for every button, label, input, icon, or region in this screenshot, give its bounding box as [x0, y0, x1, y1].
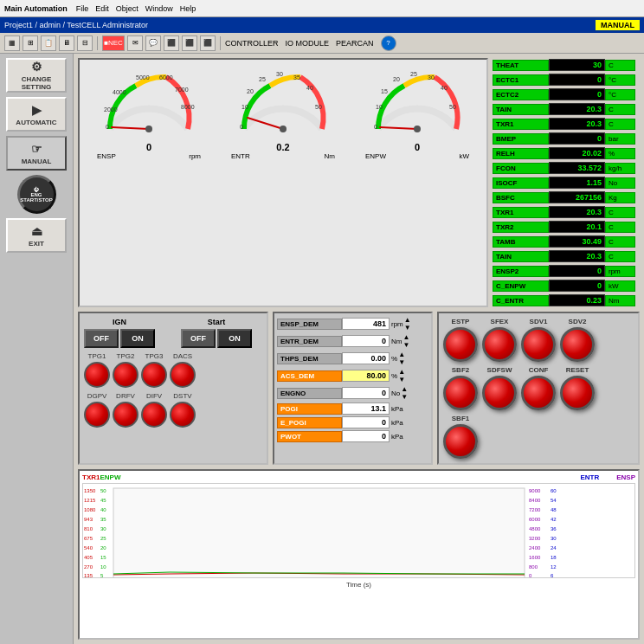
menu-object[interactable]: Object	[116, 4, 138, 13]
reading-isocf: ISOCF 1.15 No	[493, 176, 640, 190]
entr-dem-up[interactable]: ▲	[402, 333, 409, 341]
sdfsw-label: SDFSW	[487, 366, 512, 374]
acs-dem-arrows[interactable]: ▲ ▼	[398, 368, 405, 383]
sbf1-circle[interactable]	[443, 424, 478, 459]
sdv1-btn[interactable]: SDV1	[521, 318, 556, 362]
help-icon[interactable]: ?	[381, 35, 396, 51]
acs-dem-up[interactable]: ▲	[398, 368, 405, 376]
engno-up[interactable]: ▲	[401, 385, 408, 393]
dacs-group: DACS	[170, 352, 196, 388]
tpg3-dial[interactable]	[141, 362, 167, 388]
toolbar-icon-3[interactable]: 📋	[41, 35, 56, 51]
ensp-dem-up[interactable]: ▲	[404, 316, 411, 324]
thps-dem-arrows[interactable]: ▲ ▼	[398, 351, 405, 366]
ensp-dem-input[interactable]	[342, 318, 390, 330]
dacs-dial[interactable]	[170, 362, 196, 388]
start-off-button[interactable]: OFF	[181, 329, 216, 348]
estp-btn[interactable]: ESTP	[443, 318, 478, 362]
enpw-label: ENPW	[365, 152, 386, 160]
sbf1-btn[interactable]: SBF1	[443, 415, 478, 459]
toolbar-icon-5[interactable]: ⊟	[77, 35, 93, 51]
toolbar-icon-9[interactable]: ⬛	[182, 35, 197, 51]
chart-ensp-label: ENSP	[616, 473, 635, 481]
reading-bsfc: BSFC 267156 Kg	[493, 190, 640, 204]
eng-start-stop-button[interactable]: ⏻ ENG START/STOP	[17, 175, 56, 214]
start-title: Start	[181, 318, 252, 326]
ensp-dem-arrows[interactable]: ▲ ▼	[404, 316, 411, 332]
dstv-dial[interactable]	[170, 402, 196, 428]
conf-circle[interactable]	[521, 376, 556, 410]
sbf2-btn[interactable]: SBF2	[443, 366, 478, 410]
entr-dem-down[interactable]: ▼	[402, 341, 409, 349]
sdv2-circle[interactable]	[560, 327, 595, 362]
svg-text:0: 0	[529, 573, 532, 578]
sfex-btn[interactable]: SFEX	[482, 318, 517, 362]
svg-text:2000: 2000	[104, 106, 118, 113]
toolbar-icon-10[interactable]: ⬛	[200, 35, 216, 51]
automatic-button[interactable]: ▶ AUTOMATIC	[6, 97, 67, 132]
reset-btn[interactable]: RESET	[560, 366, 595, 410]
ensp2-value: 0	[549, 265, 605, 277]
estp-circle[interactable]	[443, 327, 478, 362]
start-on-button[interactable]: ON	[217, 329, 252, 348]
sdfsw-circle[interactable]	[482, 376, 517, 410]
svg-rect-58	[113, 488, 525, 578]
exit-button[interactable]: ⏏ EXIT	[6, 218, 67, 253]
ign-group: IGN OFF ON	[84, 318, 155, 348]
thps-dem-input[interactable]	[342, 352, 390, 364]
thps-dem-up[interactable]: ▲	[398, 351, 405, 358]
engno-input[interactable]	[342, 387, 390, 399]
toolbar-icon-nec[interactable]: ■NEC	[102, 35, 125, 51]
tpg2-dial[interactable]	[113, 362, 138, 388]
engno-down[interactable]: ▼	[401, 393, 408, 401]
acs-dem-input[interactable]	[342, 370, 390, 382]
sbf2-circle[interactable]	[443, 376, 478, 410]
sfex-circle[interactable]	[482, 327, 517, 362]
toolbar-icon-4[interactable]: 🖥	[59, 35, 74, 51]
ign-on-button[interactable]: ON	[120, 329, 155, 348]
entr-dem-input[interactable]	[342, 335, 390, 347]
tpg1-dial[interactable]	[84, 362, 110, 388]
menu-edit[interactable]: Edit	[95, 4, 109, 13]
setpoints-panel: ENSP_DEM rpm ▲ ▼ ENTR_DEM Nm ▲ ▼	[273, 312, 433, 465]
svg-text:30: 30	[276, 71, 283, 77]
toolbar-icon-1[interactable]: ▦	[4, 35, 20, 51]
sdv2-btn[interactable]: SDV2	[560, 318, 595, 362]
sdfsw-btn[interactable]: SDFSW	[482, 366, 517, 410]
ign-panel: IGN OFF ON Start OFF ON	[78, 312, 268, 465]
ensp-dem-down[interactable]: ▼	[404, 324, 411, 332]
entr-dem-arrows[interactable]: ▲ ▼	[402, 333, 409, 349]
svg-text:405: 405	[84, 555, 93, 560]
svg-text:6000: 6000	[529, 517, 541, 522]
menu-file[interactable]: File	[76, 4, 89, 13]
conf-btn[interactable]: CONF	[521, 366, 556, 410]
controller-label[interactable]: CONTROLLER	[225, 39, 279, 48]
toolbar-icon-8[interactable]: ⬛	[164, 35, 179, 51]
menu-window[interactable]: Window	[145, 4, 173, 13]
ensp-gauge: 0 2000 4000 5000 6000 7000 8000 0	[97, 64, 201, 160]
toolbar-icon-7[interactable]: 💬	[145, 35, 161, 51]
svg-text:0: 0	[374, 124, 377, 130]
dgpv-dial[interactable]	[84, 402, 110, 428]
pearcan-label[interactable]: PEARCAN	[336, 39, 374, 48]
thps-dem-down[interactable]: ▼	[398, 358, 405, 366]
acs-dem-down[interactable]: ▼	[398, 376, 405, 383]
ign-start-header: IGN OFF ON Start OFF ON	[84, 318, 262, 348]
sdv1-circle[interactable]	[521, 327, 556, 362]
menu-help[interactable]: Help	[180, 4, 196, 13]
ectc1-unit: °C	[605, 74, 635, 86]
svg-text:15: 15	[100, 555, 106, 560]
dgpv-group: DGPV	[84, 392, 110, 428]
toolbar-icon-2[interactable]: ⊞	[23, 35, 38, 51]
engno-arrows[interactable]: ▲ ▼	[401, 385, 408, 401]
settings-icon: ⚙	[31, 60, 42, 74]
toolbar-icon-6[interactable]: ✉	[127, 35, 143, 51]
difv-dial[interactable]	[141, 402, 167, 428]
ign-off-button[interactable]: OFF	[84, 329, 119, 348]
reset-circle[interactable]	[560, 376, 595, 410]
io-module-label[interactable]: IO MODULE	[286, 39, 330, 48]
change-setting-button[interactable]: ⚙ CHANGE SETTING	[6, 58, 67, 93]
drfv-dial[interactable]	[113, 402, 138, 428]
engno-row: ENGNO No ▲ ▼	[277, 385, 428, 401]
manual-button[interactable]: ☞ MANUAL	[6, 136, 67, 171]
